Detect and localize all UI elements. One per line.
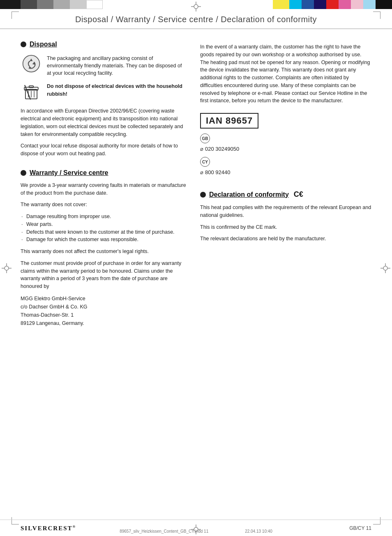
cy-country-row: CY: [200, 157, 371, 167]
corner-mark-tr: [373, 12, 380, 19]
warranty-heading: Warranty / Service centre: [21, 169, 186, 177]
crosshair-right: [380, 263, 390, 273]
declaration-dot: [200, 192, 206, 198]
cy-phone: 800 92440: [205, 169, 230, 175]
warranty-list: Damage resulting from improper use. Wear…: [21, 213, 186, 244]
declaration-section: Declaration of conformity C€ This heat p…: [200, 190, 371, 243]
ian-box: IAN 89657: [200, 113, 258, 129]
declaration-title: Declaration of conformity: [209, 191, 289, 198]
address-line3: Thomas-Dachser-Str. 1: [21, 311, 186, 319]
gb-country-row: GB: [200, 133, 371, 143]
warranty-claim-text: The customer must provide proof of purch…: [21, 260, 186, 290]
list-item: Damage resulting from improper use.: [21, 213, 186, 221]
gb-badge: GB: [200, 133, 210, 143]
svg-rect-23: [29, 86, 34, 87]
cy-phone-row: ⌀ 800 92440: [200, 169, 371, 175]
weee-icon-row: Do not dispose of electrical devices wit…: [21, 81, 186, 102]
cy-phone-symbol: ⌀: [200, 169, 203, 175]
footer-right: GB/CY 11: [349, 525, 371, 531]
page-header: Disposal / Warranty / Service centre / D…: [0, 15, 392, 29]
declaration-text2: This is confirmed by the CE mark.: [200, 223, 371, 231]
address-line1: MGG Elektro GmbH-Service: [21, 294, 186, 303]
brand-logo: SilverCrest®: [21, 524, 76, 532]
weee-icon: [21, 81, 42, 102]
warranty-title: Warranty / Service centre: [30, 169, 108, 177]
warranty-address: MGG Elektro GmbH-Service c/o Dachser Gmb…: [21, 294, 186, 327]
page-ref: GB/CY 11: [349, 525, 371, 531]
right-column: In the event of a warranty claim, the cu…: [196, 41, 371, 327]
gb-phone-symbol: ⌀: [200, 146, 203, 152]
crosshair-left: [2, 263, 12, 273]
declaration-heading: Declaration of conformity C€: [200, 190, 371, 199]
crosshair-top: [191, 2, 201, 12]
gb-phone: 020 30249050: [205, 146, 239, 152]
warranty-legal-note: This warranty does not affect the custom…: [21, 248, 186, 255]
date-ref: 22.04.13 10:40: [245, 529, 272, 534]
cy-badge: CY: [200, 157, 210, 167]
svg-point-10: [383, 266, 387, 270]
main-content: Disposal The packa: [0, 32, 392, 336]
contact-text: Contact your local refuse disposal autho…: [21, 142, 186, 158]
page-footer: SilverCrest® GB/CY 11 89657_silv_Heizkis…: [0, 520, 392, 536]
warranty-claim-right: In the event of a warranty claim, the cu…: [200, 43, 371, 105]
list-item: Defects that were known to the customer …: [21, 228, 186, 236]
warranty-not-cover-label: The warranty does not cover:: [21, 201, 186, 209]
list-item: Wear parts.: [21, 221, 186, 228]
svg-point-5: [5, 266, 9, 270]
brand-reg: ®: [73, 524, 76, 529]
disposal-heading: Disposal: [21, 41, 186, 48]
directive-text: In accordance with European Directive 20…: [21, 107, 186, 138]
brand-name: SilverCrest: [21, 525, 73, 531]
disposal-dot: [21, 41, 26, 47]
recycle-icon-row: The packaging and ancillary packing cons…: [21, 53, 186, 77]
warranty-section: Warranty / Service centre We provide a 3…: [21, 169, 186, 327]
disposal-title: Disposal: [30, 41, 57, 48]
ce-mark: C€: [294, 190, 303, 199]
list-item: Damage for which the customer was respon…: [21, 236, 186, 244]
recycle-icon: [21, 53, 42, 74]
declaration-text1: This heat pad complies with the requirem…: [200, 204, 371, 219]
warranty-dot: [21, 170, 26, 176]
corner-mark-tl: [12, 12, 19, 19]
weee-bold-text: Do not dispose of electrical devices wit…: [47, 83, 182, 97]
file-ref: 89657_silv_Heizkissen_Content_GB_CY.indd…: [120, 529, 208, 534]
footer-file: 89657_silv_Heizkissen_Content_GB_CY.indd…: [120, 529, 272, 534]
disposal-icons: The packaging and ancillary packing cons…: [21, 53, 186, 102]
svg-point-0: [194, 5, 198, 9]
address-line2: c/o Dachser GmbH & Co. KG: [21, 303, 186, 311]
svg-point-20: [23, 55, 40, 72]
weee-text: Do not dispose of electrical devices wit…: [47, 81, 186, 97]
recycle-text: The packaging and ancillary packing cons…: [47, 53, 186, 77]
warranty-intro: We provide a 3-year warranty covering fa…: [21, 182, 186, 197]
page-title: Disposal / Warranty / Service centre / D…: [16, 15, 376, 24]
address-line4: 89129 Langenau, Germany.: [21, 319, 186, 327]
declaration-text3: The relevant declarations are held by th…: [200, 235, 371, 243]
gb-phone-row: ⌀ 020 30249050: [200, 146, 371, 152]
left-column: Disposal The packa: [21, 41, 196, 327]
